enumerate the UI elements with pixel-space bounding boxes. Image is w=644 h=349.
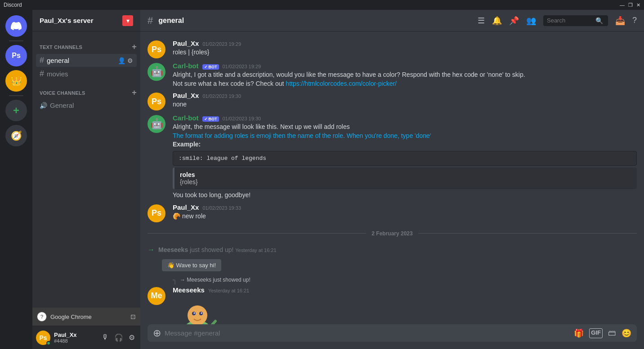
sticker-icon[interactable]: 🗃 — [608, 328, 616, 338]
restore-button[interactable]: ❐ — [628, 2, 633, 8]
message-content-5: Paul_Xx 01/02/2023 19:33 🥐 new role — [173, 203, 637, 221]
server-divider — [9, 40, 23, 41]
server-divider-2 — [9, 95, 23, 96]
notifications-icon[interactable]: 🔔 — [492, 16, 502, 26]
message-text-1: roles | {roles} — [173, 48, 637, 57]
message-input-right-icons: 🎁 GIF 🗃 😊 — [574, 328, 631, 338]
emoji-icon[interactable]: 😊 — [622, 328, 631, 338]
server-icon-discord[interactable] — [5, 15, 27, 37]
avatar-carlbot-1: 🤖 — [148, 63, 165, 81]
server-dropdown-button[interactable]: ▾ — [122, 15, 133, 26]
volume-icon: 🔊 — [40, 102, 47, 109]
avatar-paulxx-1: Ps — [148, 40, 165, 58]
message-header-4: Carl-bot ✓ BOT 01/02/2023 19:30 — [173, 114, 637, 122]
date-divider-text: 2 February 2023 — [366, 230, 418, 237]
wave-button[interactable]: 👋 Wave to say hi! — [162, 259, 221, 271]
chat-header: # general ☰ 🔔 📌 👥 🔍 📥 ? — [140, 10, 644, 31]
message-group-5: Ps Paul_Xx 01/02/2023 19:33 🥐 new role — [140, 203, 644, 223]
message-text-2: Alright, I got a title and a description… — [173, 71, 637, 88]
chrome-bar: ? Google Chrome ⊡ — [32, 308, 140, 326]
svg-point-5 — [201, 312, 202, 314]
message-author-1: Paul_Xx — [173, 40, 199, 47]
message-content-3: Paul_Xx 01/02/2023 19:30 none — [173, 92, 637, 109]
user-tag: #4488 — [54, 338, 96, 344]
mute-button[interactable]: 🎙 — [100, 331, 111, 344]
message-group-4: 🤖 Carl-bot ✓ BOT 01/02/2023 19:30 Alrigh… — [140, 113, 644, 200]
server-header[interactable]: Paul_Xx's server ▾ — [32, 10, 140, 31]
user-status-dot — [46, 341, 51, 345]
server-name: Paul_Xx's server — [40, 17, 94, 24]
search-icon[interactable]: 🔍 — [595, 17, 603, 24]
message-text-4: Alright, the message will look like this… — [173, 123, 637, 149]
titlebar-controls: — ❐ ✕ — [620, 2, 640, 8]
code-block-1: :smile: league of legends — [173, 151, 637, 166]
channel-hash-icon-2: # — [40, 69, 44, 79]
message-timestamp-meeseeks: Yesterday at 16:21 — [208, 288, 249, 293]
voice-channel-name: General — [50, 102, 74, 109]
message-timestamp-4: 01/02/2023 19:30 — [223, 116, 261, 121]
message-header-1: Paul_Xx 01/02/2023 19:29 — [173, 40, 637, 47]
message-input-box: ⊕ 🎁 GIF 🗃 😊 — [148, 324, 637, 342]
text-channels-header: TEXT CHANNELS + — [32, 35, 140, 53]
add-text-channel-button[interactable]: + — [132, 42, 137, 52]
titlebar-title: Discord — [4, 2, 22, 8]
message-content-meeseeks: Meeseeks Yesterday at 16:21 — [173, 286, 637, 324]
channel-name-general: general — [47, 57, 115, 64]
message-header-meeseeks: Meeseeks Yesterday at 16:21 — [173, 286, 637, 294]
message-author-5: Paul_Xx — [173, 203, 199, 211]
message-group-3: Ps Paul_Xx 01/02/2023 19:30 none — [140, 91, 644, 111]
message-content-2: Carl-bot ✓ BOT 01/02/2023 19:29 Alright,… — [173, 62, 637, 88]
message-author-3: Paul_Xx — [173, 92, 199, 99]
deafen-button[interactable]: 🎧 — [112, 331, 125, 344]
help-icon[interactable]: ? — [632, 16, 637, 25]
avatar-meeseeks: Me — [148, 287, 165, 305]
search-bar[interactable]: 🔍 — [543, 15, 608, 26]
messages-container: Ps Paul_Xx 01/02/2023 19:29 roles | {rol… — [140, 31, 644, 324]
minimize-button[interactable]: — — [620, 2, 625, 8]
channel-icons-general: 👤 ⚙ — [118, 57, 133, 64]
members-icon[interactable]: 👥 — [526, 16, 536, 26]
add-member-icon[interactable]: 👤 — [118, 57, 125, 64]
add-voice-channel-button[interactable]: + — [132, 88, 137, 97]
pinned-icon[interactable]: 📌 — [509, 16, 519, 26]
voice-channel-general[interactable]: 🔊 General — [36, 100, 137, 111]
message-author-meeseeks: Meeseeks — [173, 286, 205, 294]
server-icon-crown[interactable]: 👑 — [5, 70, 27, 92]
color-picker-link[interactable]: https://htmlcolorcodes.com/color-picker/ — [286, 80, 397, 87]
message-text-3: none — [173, 100, 637, 109]
channel-item-general[interactable]: # general 👤 ⚙ — [36, 54, 137, 67]
message-input-area: ⊕ 🎁 GIF 🗃 😊 — [140, 324, 644, 349]
system-username-1: Meeseeks — [158, 246, 188, 253]
chrome-expand-icon[interactable]: ⊡ — [130, 313, 136, 320]
threads-icon[interactable]: ☰ — [478, 16, 485, 26]
gift-icon[interactable]: 🎁 — [574, 328, 584, 338]
svg-point-1 — [188, 305, 207, 324]
search-input[interactable] — [547, 17, 592, 24]
user-avatar: Ps — [36, 331, 50, 345]
channel-list: TEXT CHANNELS + # general 👤 ⚙ # movies V… — [32, 31, 140, 308]
meeseeks-figure-svg — [173, 296, 222, 324]
settings-channel-icon[interactable]: ⚙ — [127, 57, 133, 64]
reply-text-1: → Meeseeks just showed up! — [180, 277, 250, 283]
message-text-4b: You took too long, goodbye! — [173, 191, 637, 200]
gif-icon[interactable]: GIF — [589, 328, 603, 338]
app-container: Ps 👑 + 🧭 Paul_Xx's server ▾ TEXT CHANNEL… — [0, 10, 644, 349]
server-icon-add[interactable]: + — [5, 100, 27, 121]
message-author-4: Carl-bot — [173, 114, 199, 122]
chrome-label: Google Chrome — [50, 314, 92, 320]
user-settings-button[interactable]: ⚙ — [127, 331, 137, 344]
message-content-1: Paul_Xx 01/02/2023 19:29 roles | {roles} — [173, 40, 637, 57]
server-icon-paul[interactable]: Ps — [5, 45, 27, 66]
channel-item-movies[interactable]: # movies — [36, 67, 137, 80]
bot-badge-2: ✓ BOT — [202, 116, 219, 122]
meeseeks-gif-container — [173, 296, 637, 324]
close-button[interactable]: ✕ — [636, 2, 640, 8]
message-input[interactable] — [165, 324, 570, 342]
svg-point-4 — [194, 312, 195, 314]
inbox-icon[interactable]: 📥 — [615, 16, 625, 26]
server-icon-explore[interactable]: 🧭 — [5, 125, 27, 146]
message-timestamp-5: 01/02/2023 19:33 — [202, 205, 241, 211]
message-group-1: Ps Paul_Xx 01/02/2023 19:29 roles | {rol… — [140, 39, 644, 59]
message-add-button[interactable]: ⊕ — [153, 327, 161, 339]
chat-area: # general ☰ 🔔 📌 👥 🔍 📥 ? Ps — [140, 10, 644, 349]
